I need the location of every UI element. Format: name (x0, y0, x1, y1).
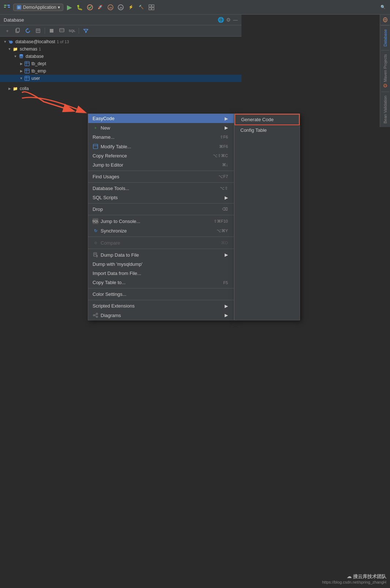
profiler-button[interactable]: JR (106, 3, 115, 11)
database-side-tab[interactable]: Database (381, 25, 389, 50)
compare-menu-item[interactable]: ⊕ Compare ⌘D (88, 238, 234, 248)
generate-code-item[interactable]: Generate Code (235, 114, 300, 125)
jump-console-shortcut: ⇧⌘F10 (214, 219, 228, 224)
svg-rect-13 (149, 8, 151, 10)
maven-side-tab[interactable]: Maven Projects (381, 50, 389, 92)
color-settings-menu-item[interactable]: Color Settings... (88, 290, 234, 299)
config-table-item[interactable]: Config Table (235, 125, 300, 135)
diagrams-label: Diagrams (101, 313, 121, 318)
color-settings-label: Color Settings... (93, 291, 228, 297)
collab-label: colla (20, 86, 29, 91)
dump-data-menu-item[interactable]: Dump Data to File ▶ (88, 250, 234, 260)
database-item[interactable]: ▼ database (0, 53, 241, 60)
watermark-title: ☁ 搜云库技术团队 (322, 573, 386, 580)
find-usages-label: Find Usages (93, 174, 218, 179)
tb-emp-item[interactable]: ▶ tb_emp (0, 67, 241, 75)
svg-point-40 (93, 315, 95, 316)
tb-dept-item[interactable]: ▶ tb_dept (0, 60, 241, 67)
import-data-menu-item[interactable]: Import Data from File... (88, 269, 234, 278)
ant-build-tab[interactable] (380, 15, 390, 25)
diagrams-icon (93, 312, 98, 318)
profiler2-button[interactable]: ⚡ (127, 3, 135, 11)
rocket-button[interactable]: 🚀 (96, 3, 104, 11)
root-count: 1 of 13 (57, 40, 69, 44)
db-panel-title: Database (4, 17, 24, 23)
compare-icon: ⊕ (93, 240, 98, 246)
copy-table-label: Copy Table to... (93, 280, 223, 285)
coverage-button[interactable] (86, 3, 94, 11)
easycode-menu-item[interactable]: EasyCode ▶ (88, 114, 234, 123)
compare-label: Compare (101, 240, 120, 246)
sep-8 (88, 300, 234, 300)
sql-button[interactable]: SQL (68, 27, 76, 35)
copy-shortcut: ⌥⇧⌘C (213, 153, 228, 158)
bean-validation-side-tab[interactable]: Bean Validation (381, 92, 389, 127)
schemas-item[interactable]: ▼ 📁 schemas 1 (0, 45, 241, 53)
sql-scripts-menu-item[interactable]: SQL Scripts ▶ (88, 193, 234, 202)
run-button[interactable]: ▶ (65, 3, 74, 11)
find-usages-menu-item[interactable]: Find Usages ⌥F7 (88, 172, 234, 181)
modify-label: Modify Table... (101, 144, 131, 149)
add-datasource-button[interactable]: + (3, 27, 12, 35)
scripted-ext-menu-item[interactable]: Scripted Extensions ▶ (88, 301, 234, 310)
submenu-arrow: ▶ (225, 252, 228, 257)
svg-point-22 (9, 41, 13, 44)
sep-4 (88, 215, 234, 215)
speed-button[interactable]: JR (117, 3, 125, 11)
watermark: ☁ 搜云库技术团队 https://blog.csdn.net/spring_z… (322, 573, 386, 584)
rename-menu-item[interactable]: Rename... ⇧F6 (88, 133, 234, 142)
run-config[interactable]: D DemoApplication ▾ (13, 4, 63, 11)
hammer-button[interactable]: 🔨 (137, 3, 145, 11)
collab-item[interactable]: ▶ 📁 colla (0, 85, 241, 92)
tree-root-item[interactable]: ▼ database@localhost 1 of 13 (0, 38, 241, 45)
generate-code-label: Generate Code (241, 117, 274, 122)
expand-arrow: ▶ (19, 69, 23, 73)
new-menu-item[interactable]: + New ▶ (88, 123, 234, 133)
synchronize-menu-item[interactable]: ↻ Synchronize ⌥⌘Y (88, 226, 234, 235)
tb-emp-label: tb_emp (31, 68, 46, 74)
diagrams-left: Diagrams (93, 312, 121, 318)
copy-table-menu-item[interactable]: Copy Table to... F5 (88, 278, 234, 287)
new-icon: + (93, 125, 98, 131)
new-label: New (101, 125, 110, 131)
jump-editor-menu-item[interactable]: Jump to Editor ⌘↓ (88, 160, 234, 170)
svg-rect-25 (25, 62, 29, 66)
dump-mysqldump-menu-item[interactable]: Dump with 'mysqldump' (88, 260, 234, 269)
jump-console-label: Jump to Console... (101, 219, 140, 224)
sync-shortcut: ⌥⌘Y (217, 228, 228, 233)
edit-button[interactable] (57, 27, 66, 35)
refresh-button[interactable] (23, 27, 32, 35)
dump-data-label: Dump Data to File (101, 252, 139, 258)
drop-menu-item[interactable]: Drop ⌫ (88, 205, 234, 214)
database-tab-label: Database (383, 29, 387, 46)
tb-dept-label: tb_dept (31, 61, 46, 66)
debug-button[interactable]: 🐛 (76, 3, 84, 11)
diagrams-menu-item[interactable]: Diagrams ▶ (88, 310, 234, 320)
dropdown-arrow[interactable]: ▾ (58, 5, 60, 10)
db-tools-menu-item[interactable]: Database Tools... ⌥⇧ (88, 184, 234, 193)
schema-button[interactable] (34, 27, 42, 35)
filter-button[interactable] (81, 27, 90, 35)
svg-rect-35 (93, 144, 98, 149)
sync-left: ↻ Synchronize (93, 228, 127, 234)
user-item[interactable]: ▼ user (0, 75, 241, 82)
jump-console-menu-item[interactable]: SQL Jump to Console... ⇧⌘F10 (88, 216, 234, 226)
copy-reference-menu-item[interactable]: Copy Reference ⌥⇧⌘C (88, 151, 234, 160)
side-tabs: Database Maven Projects Bean Validation (380, 15, 390, 127)
hide-icon[interactable]: — (233, 17, 238, 23)
scripted-ext-label: Scripted Extensions (93, 303, 225, 309)
modify-table-menu-item[interactable]: Modify Table... ⌘F6 (88, 142, 234, 151)
import-data-label: Import Data from File... (93, 271, 228, 276)
table-icon (24, 75, 30, 81)
toolbar-sep-2 (79, 28, 79, 34)
maven-tab-label: Maven Projects (383, 54, 387, 82)
globe-icon[interactable]: 🌐 (218, 17, 224, 23)
search-button[interactable]: 🔍 (379, 3, 387, 11)
submenu-arrow: ▶ (225, 313, 228, 318)
expand-arrow: ▼ (3, 40, 7, 44)
layout-button[interactable] (147, 3, 155, 11)
duplicate-button[interactable] (13, 27, 22, 35)
db-tools-shortcut: ⌥⇧ (220, 186, 228, 191)
settings-icon[interactable]: ⚙ (226, 17, 231, 23)
stop-button[interactable] (47, 27, 56, 35)
